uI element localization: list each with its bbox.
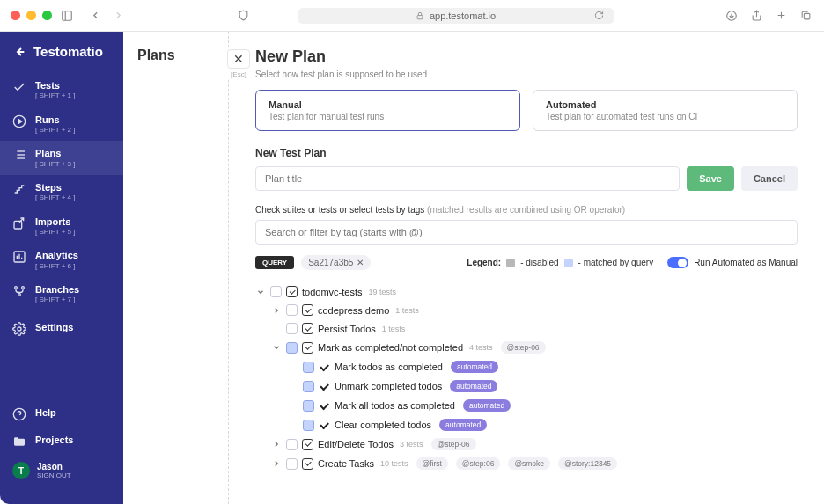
page-title: New Plan xyxy=(255,47,798,66)
import-icon xyxy=(12,216,26,230)
tag: @story:12345 xyxy=(558,457,617,470)
sidebar-item-runs[interactable]: Runs[ SHIFT + 2 ] xyxy=(0,107,123,142)
sidebar-toggle-icon[interactable] xyxy=(59,8,75,24)
filter-input[interactable] xyxy=(255,220,798,245)
svg-point-27 xyxy=(18,327,21,331)
user-menu[interactable]: T Jason SIGN OUT xyxy=(0,455,123,486)
back-arrow-icon xyxy=(12,45,26,59)
chevron-down-icon[interactable] xyxy=(255,287,266,297)
suite-icon xyxy=(302,342,313,354)
tree-suite[interactable]: Edit/Delete Todos 3 tests@step-06 xyxy=(271,435,798,454)
automated-badge: automated xyxy=(439,419,487,431)
svg-rect-0 xyxy=(63,11,72,20)
checkbox[interactable] xyxy=(286,458,298,470)
checkmark-icon xyxy=(319,403,330,408)
checkbox[interactable] xyxy=(286,323,298,334)
signout-link[interactable]: SIGN OUT xyxy=(37,471,71,479)
sidebar-item-settings[interactable]: Settings xyxy=(0,315,123,342)
svg-marker-11 xyxy=(18,119,22,123)
refresh-icon[interactable] xyxy=(592,8,607,24)
sidebar-item-tests[interactable]: Tests[ SHIFT + 1 ] xyxy=(0,73,123,107)
tree-test[interactable]: Mark todos as completed automated xyxy=(303,357,798,376)
sidebar: Testomatio Tests[ SHIFT + 1 ] Runs[ SHIF… xyxy=(0,32,123,504)
plan-type-automated[interactable]: Automated Test plan for automated test r… xyxy=(533,90,798,131)
legend-disabled-swatch xyxy=(506,259,515,267)
share-icon[interactable] xyxy=(748,8,764,24)
tree-test[interactable]: Clear completed todos automated xyxy=(303,415,798,435)
close-window[interactable] xyxy=(11,11,20,20)
back-icon[interactable] xyxy=(87,8,103,24)
sidebar-item-imports[interactable]: Imports[ SHIFT + 5 ] xyxy=(0,209,123,244)
close-panel-button[interactable]: ✕ [Esc] xyxy=(227,49,250,78)
remove-query-icon[interactable]: ✕ xyxy=(357,258,364,267)
sidebar-item-plans[interactable]: Plans[ SHIFT + 3 ] xyxy=(0,141,123,175)
tree-suite[interactable]: codepress demo 1 tests xyxy=(271,301,798,319)
checkbox[interactable] xyxy=(286,342,298,354)
chevron-right-icon[interactable] xyxy=(271,458,282,469)
chevron-right-icon[interactable] xyxy=(271,324,282,334)
brand-link[interactable]: Testomatio xyxy=(0,44,123,73)
shield-icon[interactable] xyxy=(236,8,252,24)
tree-suite[interactable]: Create Tasks 10 tests@first@step:06@smok… xyxy=(271,454,798,473)
minimize-window[interactable] xyxy=(26,11,36,20)
legend-matched-swatch xyxy=(564,259,573,267)
tree-suite[interactable]: Mark as completed/not completed 4 tests@… xyxy=(271,338,798,357)
checkbox[interactable] xyxy=(303,362,314,373)
sidebar-item-projects[interactable]: Projects xyxy=(0,427,123,455)
tag: @smoke xyxy=(508,457,550,470)
checkbox[interactable] xyxy=(286,304,298,316)
run-automated-as-manual-toggle[interactable] xyxy=(667,257,688,268)
play-icon xyxy=(12,114,26,128)
svg-rect-8 xyxy=(804,13,810,18)
url-text: app.testomat.io xyxy=(430,11,496,21)
checkbox[interactable] xyxy=(303,420,314,431)
tree-test[interactable]: Mark all todos as completed automated xyxy=(303,396,798,415)
download-icon[interactable] xyxy=(724,8,739,24)
sidebar-item-analytics[interactable]: Analytics[ SHIFT + 6 ] xyxy=(0,243,123,277)
chevron-right-icon[interactable] xyxy=(271,439,282,449)
save-button[interactable]: Save xyxy=(687,166,734,191)
checkmark-icon xyxy=(319,364,330,369)
plan-title-input[interactable] xyxy=(255,166,680,191)
url-bar[interactable]: app.testomat.io xyxy=(298,8,614,24)
legend: Legend: - disabled - matched by query Ru… xyxy=(467,257,798,268)
plans-column: Plans xyxy=(123,32,229,504)
chevron-down-icon[interactable] xyxy=(271,342,282,353)
gear-icon xyxy=(12,322,26,336)
automated-badge: automated xyxy=(463,399,511,412)
tag: @first xyxy=(416,457,448,470)
tabs-icon[interactable] xyxy=(798,8,813,24)
avatar: T xyxy=(12,462,30,479)
forward-icon[interactable] xyxy=(110,8,126,24)
svg-rect-18 xyxy=(14,221,22,229)
suite-icon xyxy=(302,304,313,316)
tree-suite[interactable]: Persist Todos 1 tests xyxy=(271,319,798,338)
check-icon xyxy=(12,80,26,94)
checkbox[interactable] xyxy=(286,439,298,450)
suite-icon xyxy=(302,458,313,470)
svg-point-25 xyxy=(18,294,21,296)
tree-suite-root[interactable]: todomvc-tests 19 tests xyxy=(255,282,798,301)
new-tab-icon[interactable] xyxy=(773,8,789,24)
tree-test[interactable]: Unmark completed todos automated xyxy=(303,376,798,396)
checkbox[interactable] xyxy=(303,400,314,412)
cancel-button[interactable]: Cancel xyxy=(741,166,798,191)
tag: @step-06 xyxy=(501,341,546,354)
query-chip[interactable]: Sa217a3b5 ✕ xyxy=(301,255,371,270)
svg-point-24 xyxy=(22,287,25,289)
chevron-right-icon[interactable] xyxy=(271,305,282,316)
sidebar-item-steps[interactable]: Steps[ SHIFT + 4 ] xyxy=(0,175,123,209)
plan-type-manual[interactable]: Manual Test plan for manual test runs xyxy=(255,90,520,131)
checkbox[interactable] xyxy=(270,286,282,297)
help-icon xyxy=(12,407,26,421)
svg-rect-2 xyxy=(417,15,423,18)
browser-titlebar: app.testomat.io xyxy=(0,0,824,32)
checkbox[interactable] xyxy=(303,381,314,392)
sidebar-item-branches[interactable]: Branches[ SHIFT + 7 ] xyxy=(0,277,123,311)
branch-icon xyxy=(12,284,26,298)
suite-icon xyxy=(286,286,298,297)
plans-title: Plans xyxy=(137,47,214,63)
maximize-window[interactable] xyxy=(42,11,52,20)
test-tree: todomvc-tests 19 tests codepress demo 1 … xyxy=(255,282,798,473)
sidebar-item-help[interactable]: Help xyxy=(0,400,123,427)
